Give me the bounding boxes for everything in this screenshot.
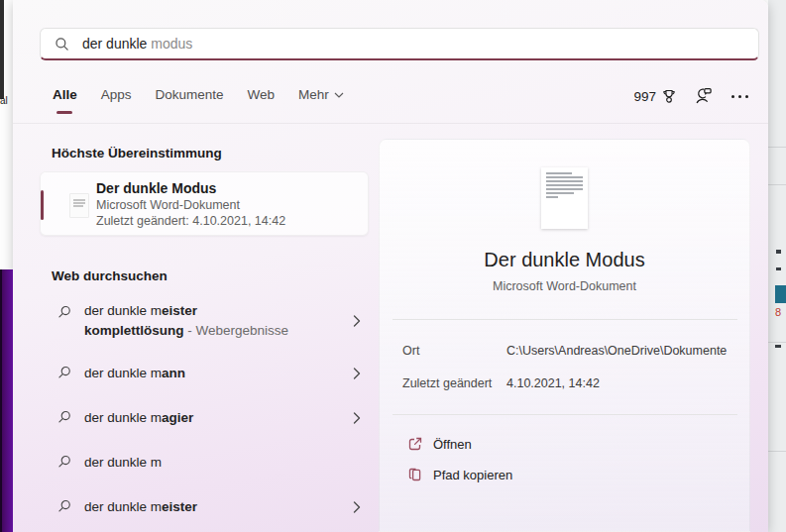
account-button[interactable]	[694, 87, 713, 105]
suggestion-text: der dunkle m	[84, 453, 330, 473]
background-left-sliver: al	[0, 0, 13, 532]
chevron-right-icon	[353, 501, 361, 513]
search-query-text: der dunkle modus	[82, 36, 192, 52]
background-dark-strip	[0, 0, 4, 99]
search-icon	[57, 305, 71, 319]
suggestion-prefix: der dunkle m	[84, 499, 162, 514]
best-match-heading: Höchste Übereinstimmung	[52, 146, 222, 160]
copy-path-action-label: Pfad kopieren	[433, 468, 512, 482]
header-icon-cluster: 997	[633, 87, 750, 105]
suggestion-text: der dunkle magier	[84, 408, 330, 428]
divider	[393, 414, 737, 415]
property-value: C:\Users\Andreas\OneDrive\Dokumente	[506, 344, 727, 358]
property-label: Ort	[402, 344, 506, 358]
suggestion-row[interactable]: der dunkle mann	[40, 360, 369, 387]
suggestion-note: - Webergebnisse	[184, 323, 289, 338]
search-icon	[57, 455, 71, 469]
suggestion-completion: eister	[162, 303, 197, 318]
search-icon	[57, 499, 71, 513]
background-line	[768, 451, 786, 452]
tab-web[interactable]: Web	[248, 87, 276, 110]
property-value: 4.10.2021, 14:42	[506, 376, 600, 390]
purple-window-sliver	[2, 269, 13, 532]
more-options-button[interactable]	[730, 91, 750, 102]
copy-icon	[407, 467, 423, 482]
preview-title: Der dunkle Modus	[380, 249, 749, 271]
word-document-icon	[69, 193, 89, 218]
open-action-label: Öffnen	[433, 437, 472, 452]
document-preview-thumbnail	[541, 167, 588, 229]
active-tab-indicator	[56, 111, 72, 114]
suggestion-completion: komplettlösung	[84, 323, 184, 338]
suggestion-prefix: der dunkle m	[84, 455, 162, 470]
best-match-type: Microsoft Word-Dokument	[96, 197, 285, 213]
search-icon	[55, 37, 69, 52]
divider	[393, 319, 737, 320]
suggestion-prefix: der dunkle m	[84, 410, 162, 425]
person-chat-icon	[694, 87, 713, 105]
suggestion-row[interactable]: der dunkle m	[40, 449, 369, 477]
preview-panel: Der dunkle Modus Microsoft Word-Dokument…	[379, 139, 750, 532]
chevron-right-icon	[353, 412, 361, 424]
tab-dokumente[interactable]: Dokumente	[156, 87, 224, 110]
selection-indicator	[41, 190, 44, 220]
rewards-button[interactable]: 997	[633, 88, 677, 105]
suggestion-completion: agier	[162, 410, 193, 425]
property-row-ort: Ort C:\Users\Andreas\OneDrive\Dokumente	[380, 344, 749, 358]
open-action[interactable]: Öffnen	[380, 436, 749, 452]
web-suggestions-list: der dunkle meister komplettlösung - Webe…	[40, 299, 369, 521]
suggestion-completion: eister	[162, 499, 197, 514]
tab-label: Web	[248, 87, 276, 102]
ellipsis-icon	[738, 95, 741, 98]
background-mark	[776, 250, 781, 254]
ellipsis-icon	[745, 95, 748, 98]
chevron-right-icon	[353, 368, 361, 379]
property-label: Zuletzt geändert	[402, 376, 506, 390]
tab-label: Apps	[101, 87, 132, 102]
best-match-title: Der dunkle Modus	[96, 180, 285, 197]
search-icon	[57, 366, 71, 379]
chevron-right-icon	[353, 315, 361, 327]
ellipsis-icon	[731, 95, 734, 98]
tab-label: Dokumente	[156, 87, 224, 102]
search-filter-tabs: Alle Apps Dokumente Web Mehr	[53, 87, 344, 110]
tab-apps[interactable]: Apps	[101, 87, 132, 110]
suggestion-text: der dunkle mann	[84, 364, 330, 383]
tab-alle[interactable]: Alle	[53, 87, 77, 110]
background-right-sliver: 8	[768, 0, 786, 532]
background-teal-fragment	[775, 285, 786, 303]
open-external-icon	[407, 436, 423, 452]
web-search-heading: Web durchsuchen	[52, 268, 168, 283]
suggestion-completion: ann	[162, 366, 185, 380]
suggestion-text: der dunkle meister komplettlösung - Webe…	[84, 301, 330, 341]
property-row-modified: Zuletzt geändert 4.10.2021, 14:42	[380, 376, 749, 390]
chevron-down-icon	[334, 92, 344, 98]
best-match-card[interactable]: Der dunkle Modus Microsoft Word-Dokument…	[40, 171, 369, 236]
background-text-fragment: al	[0, 95, 8, 106]
search-input[interactable]: der dunkle modus	[40, 28, 759, 60]
suggestion-prefix: der dunkle m	[84, 303, 162, 318]
background-mark	[775, 345, 781, 348]
search-inline-suggestion: modus	[151, 36, 192, 52]
tab-label: Mehr	[298, 87, 329, 102]
suggestion-row[interactable]: der dunkle magier	[40, 404, 369, 432]
rewards-points: 997	[633, 89, 656, 104]
best-match-modified: Zuletzt geändert: 4.10.2021, 14:42	[96, 213, 285, 229]
search-typed-text: der dunkle	[82, 36, 151, 52]
suggestion-row[interactable]: der dunkle meister	[40, 493, 369, 521]
suggestion-prefix: der dunkle m	[84, 366, 162, 380]
suggestion-text: der dunkle meister	[84, 497, 330, 517]
search-icon	[57, 410, 71, 424]
search-flyout: der dunkle modus Alle Apps Dokumente Web…	[13, 0, 768, 532]
background-line	[768, 342, 786, 343]
suggestion-row[interactable]: der dunkle meister komplettlösung - Webe…	[40, 299, 369, 343]
copy-path-action[interactable]: Pfad kopieren	[380, 467, 749, 482]
tab-mehr[interactable]: Mehr	[298, 87, 344, 110]
background-line	[768, 147, 786, 148]
background-text-fragment: 8	[775, 306, 781, 318]
trophy-icon	[661, 88, 677, 105]
background-mark	[776, 267, 781, 270]
background-line	[768, 184, 786, 185]
preview-subtitle: Microsoft Word-Dokument	[380, 279, 749, 293]
header-divider	[13, 123, 768, 124]
